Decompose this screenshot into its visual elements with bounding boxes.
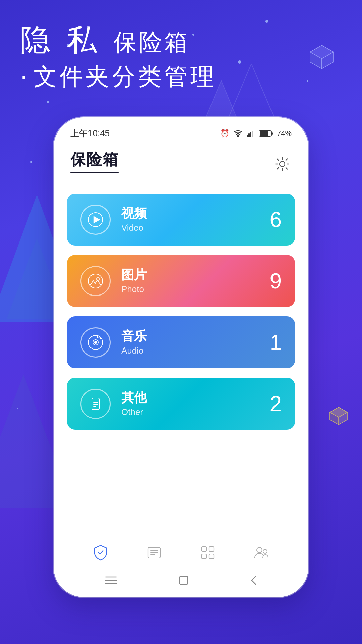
wifi-icon bbox=[233, 130, 243, 137]
bottom-nav bbox=[54, 536, 308, 570]
category-card-audio[interactable]: 音乐 Audio 1 bbox=[67, 316, 295, 368]
list-nav-icon bbox=[145, 544, 163, 561]
signal-icon bbox=[247, 130, 255, 137]
svg-point-22 bbox=[280, 161, 285, 167]
alarm-icon: ⏰ bbox=[220, 129, 229, 138]
svg-marker-8 bbox=[322, 52, 334, 69]
status-icons: ⏰ 74% bbox=[220, 129, 292, 138]
star-dot bbox=[307, 80, 308, 82]
other-name-cn: 其他 bbox=[121, 390, 147, 406]
svg-point-43 bbox=[257, 547, 262, 553]
audio-name-cn: 音乐 bbox=[121, 329, 147, 344]
apps-nav-icon bbox=[199, 544, 217, 561]
audio-icon-circle bbox=[80, 327, 111, 358]
shield-nav-icon bbox=[92, 544, 109, 561]
other-file-icon bbox=[88, 396, 103, 412]
title-underline bbox=[70, 172, 119, 173]
people-nav-icon bbox=[253, 544, 270, 561]
svg-rect-40 bbox=[209, 547, 214, 551]
headline-privacy: 隐 私 保险箱 bbox=[20, 23, 217, 57]
svg-rect-39 bbox=[202, 547, 206, 551]
svg-marker-12 bbox=[330, 412, 339, 425]
phone-mockup: 上午10:45 ⏰ bbox=[54, 117, 308, 597]
photo-count: 9 bbox=[269, 269, 282, 293]
svg-point-26 bbox=[97, 278, 99, 280]
card-text-video: 视频 Video bbox=[121, 206, 147, 233]
svg-point-29 bbox=[95, 341, 97, 343]
system-nav-back[interactable] bbox=[250, 575, 258, 587]
svg-marker-10 bbox=[330, 407, 347, 425]
svg-marker-6 bbox=[310, 45, 334, 59]
app-title-area: 保险箱 bbox=[70, 149, 119, 173]
video-count: 6 bbox=[269, 207, 282, 232]
system-nav bbox=[54, 570, 308, 597]
category-card-other[interactable]: 其他 Other 2 bbox=[67, 378, 295, 430]
svg-marker-13 bbox=[339, 412, 347, 425]
svg-rect-42 bbox=[209, 554, 214, 559]
svg-point-14 bbox=[237, 135, 239, 137]
system-nav-home[interactable] bbox=[178, 575, 189, 587]
svg-rect-15 bbox=[247, 135, 248, 137]
card-left-video: 视频 Video bbox=[80, 205, 147, 235]
nav-item-list[interactable] bbox=[141, 543, 168, 563]
photo-name-cn: 图片 bbox=[121, 267, 147, 283]
category-card-photo[interactable]: 图片 Photo 9 bbox=[67, 255, 295, 307]
svg-rect-48 bbox=[180, 576, 188, 584]
other-name-en: Other bbox=[121, 407, 147, 417]
star-dot bbox=[17, 408, 18, 409]
svg-point-25 bbox=[88, 274, 103, 288]
svg-rect-41 bbox=[202, 554, 206, 559]
svg-rect-21 bbox=[260, 131, 268, 136]
card-left-photo: 图片 Photo bbox=[80, 266, 147, 296]
photo-icon-circle bbox=[80, 266, 111, 296]
cube-decoration-small bbox=[328, 406, 349, 426]
cube-decoration bbox=[308, 44, 335, 70]
card-left-audio: 音乐 Audio bbox=[80, 327, 147, 358]
svg-marker-7 bbox=[310, 52, 322, 69]
video-name-cn: 视频 bbox=[121, 206, 147, 221]
headline-char2: 私 bbox=[67, 23, 101, 57]
svg-rect-20 bbox=[271, 132, 273, 135]
svg-rect-16 bbox=[248, 133, 250, 137]
nav-item-safe[interactable] bbox=[87, 543, 114, 563]
star-dot bbox=[238, 60, 241, 64]
star-dot bbox=[30, 161, 32, 163]
card-text-audio: 音乐 Audio bbox=[121, 329, 147, 356]
nav-item-people[interactable] bbox=[248, 543, 275, 563]
svg-marker-11 bbox=[330, 407, 347, 417]
content-area: 视频 Video 6 图片 Photo bbox=[54, 183, 308, 536]
app-title: 保险箱 bbox=[70, 149, 119, 170]
card-text-photo: 图片 Photo bbox=[121, 267, 147, 294]
app-header: 保险箱 bbox=[54, 143, 308, 183]
video-play-icon bbox=[88, 212, 103, 227]
battery-icon bbox=[259, 130, 273, 137]
audio-name-en: Audio bbox=[121, 345, 147, 356]
photo-mountain-icon bbox=[88, 273, 103, 289]
audio-count: 1 bbox=[269, 330, 282, 355]
audio-music-icon bbox=[88, 335, 103, 350]
settings-button[interactable] bbox=[273, 155, 292, 173]
category-card-video[interactable]: 视频 Video 6 bbox=[67, 194, 295, 246]
headline-subtitle: 文件夹分类管理 bbox=[20, 60, 217, 93]
svg-marker-24 bbox=[94, 217, 99, 223]
status-time: 上午10:45 bbox=[70, 127, 110, 139]
battery-percentage: 74% bbox=[277, 129, 292, 138]
header-text-area: 隐 私 保险箱 文件夹分类管理 bbox=[20, 23, 217, 93]
nav-item-apps[interactable] bbox=[194, 543, 221, 563]
status-bar: 上午10:45 ⏰ bbox=[54, 117, 308, 143]
svg-rect-17 bbox=[250, 132, 251, 137]
svg-marker-5 bbox=[310, 45, 334, 69]
video-name-en: Video bbox=[121, 223, 147, 233]
svg-rect-18 bbox=[252, 131, 253, 137]
other-count: 2 bbox=[269, 391, 282, 416]
system-nav-menu[interactable] bbox=[104, 576, 118, 586]
photo-name-en: Photo bbox=[121, 284, 147, 294]
card-left-other: 其他 Other bbox=[80, 389, 147, 419]
svg-point-44 bbox=[263, 549, 267, 553]
other-icon-circle bbox=[80, 389, 111, 419]
video-icon-circle bbox=[80, 205, 111, 235]
headline-suffix: 保险箱 bbox=[113, 29, 190, 55]
card-text-other: 其他 Other bbox=[121, 390, 147, 417]
star-dot bbox=[47, 101, 49, 103]
headline-char1: 隐 bbox=[20, 23, 54, 57]
